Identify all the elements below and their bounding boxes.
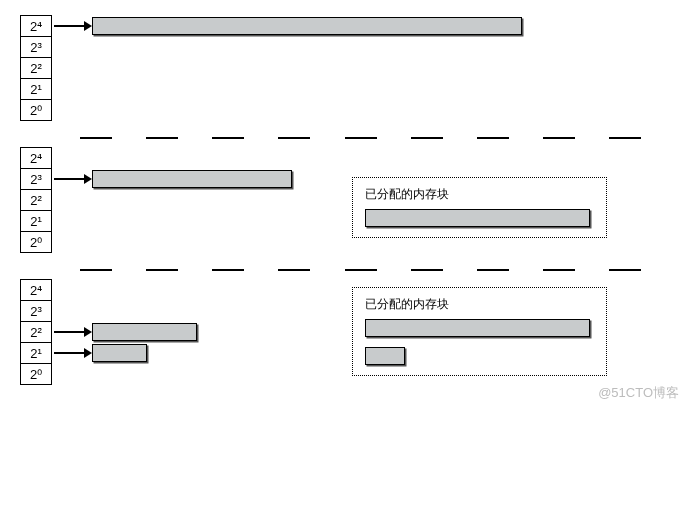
allocated-title: 已分配的内存块 xyxy=(365,296,594,313)
arrow-icon xyxy=(52,321,92,343)
slot-2-3: 2³ xyxy=(20,36,52,58)
free-block xyxy=(92,323,197,341)
content-area xyxy=(52,15,671,121)
slot-array: 2⁴ 2³ 2² 2¹ 2⁰ xyxy=(20,147,52,253)
allocated-box: 已分配的内存块 xyxy=(352,177,607,238)
allocated-box: 已分配的内存块 xyxy=(352,287,607,376)
slot-2-1: 2¹ xyxy=(20,78,52,100)
slot-2-4: 2⁴ xyxy=(20,15,52,37)
slot-2-2: 2² xyxy=(20,57,52,79)
arrow-icon xyxy=(52,168,92,190)
section-1: 2⁴ 2³ 2² 2¹ 2⁰ xyxy=(20,15,671,121)
content-area: 已分配的内存块 xyxy=(52,279,671,385)
arrow-icon xyxy=(52,15,92,37)
arrow-icon xyxy=(52,342,92,364)
allocated-title: 已分配的内存块 xyxy=(365,186,594,203)
slot-array: 2⁴ 2³ 2² 2¹ 2⁰ xyxy=(20,15,52,121)
section-2: 2⁴ 2³ 2² 2¹ 2⁰ 已分配的内存块 xyxy=(20,147,671,253)
watermark: @51CTO博客 xyxy=(598,384,679,402)
content-area: 已分配的内存块 xyxy=(52,147,671,253)
divider xyxy=(20,261,671,279)
slot-2-2: 2² xyxy=(20,189,52,211)
slot-array: 2⁴ 2³ 2² 2¹ 2⁰ xyxy=(20,279,52,385)
allocated-block xyxy=(365,209,590,227)
allocated-block xyxy=(365,319,590,337)
slot-2-3: 2³ xyxy=(20,168,52,190)
slot-2-0: 2⁰ xyxy=(20,99,52,121)
slot-2-2: 2² xyxy=(20,321,52,343)
slot-2-0: 2⁰ xyxy=(20,363,52,385)
free-block xyxy=(92,344,147,362)
slot-2-1: 2¹ xyxy=(20,210,52,232)
free-block xyxy=(92,170,292,188)
slot-2-4: 2⁴ xyxy=(20,279,52,301)
slot-2-0: 2⁰ xyxy=(20,231,52,253)
slot-2-3: 2³ xyxy=(20,300,52,322)
free-block xyxy=(92,17,522,35)
section-3: 2⁴ 2³ 2² 2¹ 2⁰ 已分配的内存块 xyxy=(20,279,671,385)
slot-2-4: 2⁴ xyxy=(20,147,52,169)
divider xyxy=(20,129,671,147)
slot-2-1: 2¹ xyxy=(20,342,52,364)
allocated-block xyxy=(365,347,405,365)
